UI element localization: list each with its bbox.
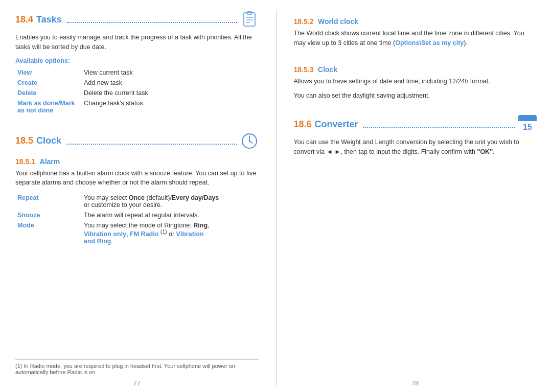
option-mark-desc: Change task's status <box>82 98 259 116</box>
option-create: Create Add new task <box>15 78 259 88</box>
section-18-4-body: Enables you to easily manage and track t… <box>15 33 259 52</box>
section-18-5-2-header: 18.5.2 World clock <box>294 17 537 26</box>
section-18-6-title: Converter <box>315 119 358 130</box>
option-mark-label: Mark as done/Markas not done <box>15 98 82 116</box>
alarm-mode-desc: You may select the mode of Ringtone: Rin… <box>82 220 259 246</box>
option-delete: Delete Delete the current task <box>15 88 259 98</box>
option-create-desc: Add new task <box>82 78 259 88</box>
section-18-5-number: 18.5 <box>15 135 33 146</box>
calendar-number: 15 <box>518 121 537 133</box>
subsection-18-5-1-body: Your cellphone has a built-in alarm cloc… <box>15 169 259 188</box>
section-18-5-2-body-end: ). <box>464 39 468 47</box>
footnote-content: (1) In Radio mode, you are required to p… <box>15 363 235 375</box>
section-18-4-number: 18.4 <box>15 14 33 25</box>
section-18-5-title: Clock <box>36 135 61 146</box>
option-delete-label: Delete <box>15 88 82 98</box>
available-options-label: Available options: <box>15 57 259 64</box>
right-page-number: 78 <box>294 379 537 387</box>
section-18-5-3-body1: Allows you to have settings of date and … <box>294 77 537 86</box>
section-18-6-body-end: . <box>493 148 494 155</box>
footnote-text: (1) In Radio mode, you are required to p… <box>15 359 259 375</box>
alarm-repeat-row: Repeat You may select Once (default)/Eve… <box>15 193 259 210</box>
section-18-6-body-mid: , then tap to input the digits. Finally … <box>341 148 477 155</box>
calendar-top-bar <box>518 115 537 121</box>
section-18-5-3-title: Clock <box>318 65 337 74</box>
section-18-5-3: 18.5.3 Clock Allows you to have settings… <box>294 58 537 106</box>
section-18-4-dots <box>67 16 237 23</box>
section-18-5-2-body: The World clock shows current local time… <box>294 29 537 48</box>
section-18-5-3-number: 18.5.3 <box>294 65 314 74</box>
right-footer: 78 <box>294 375 537 387</box>
right-column: 18.5.2 World clock The World clock shows… <box>294 10 537 387</box>
alarm-mode-row: Mode You may select the mode of Ringtone… <box>15 220 259 246</box>
section-18-5-2-bold: Options\Set as my city <box>395 39 464 47</box>
section-18-5-2: 18.5.2 World clock The World clock shows… <box>294 10 537 53</box>
alarm-mode-label: Mode <box>15 220 82 246</box>
section-18-5-3-header: 18.5.3 Clock <box>294 65 537 74</box>
alarm-snooze-row: Snooze The alarm will repeat at regular … <box>15 210 259 220</box>
section-18-5-header: 18.5 Clock <box>15 132 259 150</box>
subsection-18-5-1-header: 18.5.1 Alarm <box>15 157 259 166</box>
section-18-6-ok: "OK" <box>477 148 493 155</box>
arrow-right-icon: ► <box>334 148 340 155</box>
section-18-6: 18.6 Converter 15 You can use the Weight… <box>294 115 537 162</box>
option-create-label: Create <box>15 78 82 88</box>
section-18-5-dots <box>66 137 237 145</box>
calendar-icon: 15 <box>518 115 537 133</box>
subsection-18-5-1-number: 18.5.1 <box>15 157 35 166</box>
option-delete-desc: Delete the current task <box>82 88 259 98</box>
subsection-18-5-1-title: Alarm <box>40 157 60 166</box>
footnote-area: (1) In Radio mode, you are required to p… <box>15 359 259 387</box>
option-view: View View current task <box>15 67 259 78</box>
section-18-4-header: 18.4 Tasks <box>15 10 259 29</box>
section-18-6-dots <box>363 121 515 128</box>
section-18-5-2-title: World clock <box>318 17 358 26</box>
option-mark: Mark as done/Markas not done Change task… <box>15 98 259 116</box>
alarm-snooze-desc: The alarm will repeat at regular interva… <box>82 210 259 220</box>
left-page-number: 77 <box>15 379 259 387</box>
section-18-6-header: 18.6 Converter 15 <box>294 115 537 133</box>
section-18-4-title: Tasks <box>36 14 62 25</box>
left-column: 18.4 Tasks Enables you to easily manage … <box>15 10 259 387</box>
option-view-desc: View current task <box>82 67 259 78</box>
section-18-6-number: 18.6 <box>294 119 312 130</box>
section-18-5-3-body2: You can also set the daylight saving adj… <box>294 91 537 101</box>
svg-line-8 <box>249 141 252 143</box>
options-table-18-4: View View current task Create Add new ta… <box>15 67 259 116</box>
section-18-4: 18.4 Tasks Enables you to easily manage … <box>15 10 259 121</box>
svg-rect-0 <box>244 13 255 26</box>
alarm-snooze-label: Snooze <box>15 210 82 220</box>
alarm-repeat-desc: You may select Once (default)/Every day/… <box>82 193 259 210</box>
arrow-left-icon: ◄ <box>326 148 332 155</box>
tasks-icon <box>240 10 259 29</box>
section-18-5: 18.5 Clock 18.5.1 Alarm <box>15 132 259 252</box>
section-18-6-body: You can use the Weight and Length conver… <box>294 137 537 157</box>
alarm-repeat-label: Repeat <box>15 193 82 210</box>
section-18-5-2-number: 18.5.2 <box>294 17 314 26</box>
clock-icon <box>240 132 259 150</box>
option-view-label: View <box>15 67 82 78</box>
page-divider <box>276 10 277 387</box>
alarm-options-table: Repeat You may select Once (default)/Eve… <box>15 193 259 246</box>
